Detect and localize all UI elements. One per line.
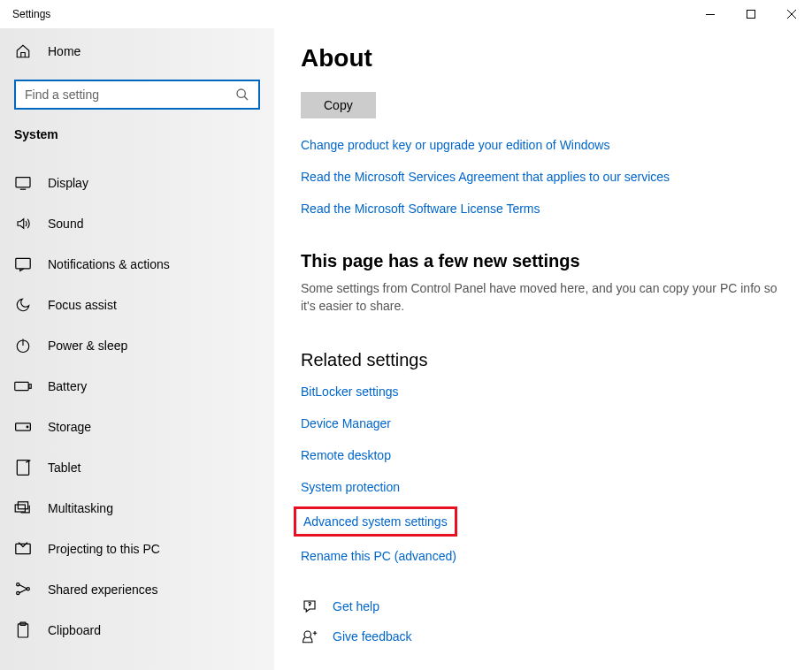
svg-point-9 <box>27 426 28 428</box>
svg-point-14 <box>17 583 19 586</box>
storage-icon <box>14 418 32 436</box>
focus-assist-icon <box>14 296 32 314</box>
category-label: System <box>0 127 274 141</box>
svg-point-16 <box>27 588 29 590</box>
maximize-button[interactable] <box>731 0 771 28</box>
search-icon <box>235 88 249 102</box>
give-feedback-link[interactable]: Give feedback <box>333 629 412 643</box>
highlighted-annotation: Advanced system settings <box>294 506 457 537</box>
svg-rect-17 <box>18 624 27 637</box>
sidebar-item-sound[interactable]: Sound <box>0 203 274 244</box>
window-controls <box>690 0 812 28</box>
sidebar-item-label: Multitasking <box>48 501 113 515</box>
sidebar-item-power-sleep[interactable]: Power & sleep <box>0 325 274 366</box>
sidebar-item-projecting[interactable]: Projecting to this PC <box>0 529 274 569</box>
sidebar-item-tablet[interactable]: Tablet <box>0 447 274 488</box>
link-bitlocker[interactable]: BitLocker settings <box>301 384 785 399</box>
battery-icon <box>14 377 32 395</box>
sound-icon <box>14 215 32 232</box>
sidebar-item-label: Battery <box>48 379 87 393</box>
svg-point-2 <box>237 89 245 97</box>
clipboard-icon <box>14 621 32 639</box>
link-advanced-system-settings[interactable]: Advanced system settings <box>303 514 448 529</box>
link-license-terms[interactable]: Read the Microsoft Software License Term… <box>301 202 785 216</box>
svg-rect-0 <box>706 14 715 15</box>
search-input[interactable] <box>25 88 235 102</box>
multitasking-icon <box>14 499 32 517</box>
power-icon <box>14 337 32 354</box>
sidebar-item-label: Focus assist <box>48 298 117 312</box>
shared-experiences-icon <box>14 581 32 598</box>
home-label: Home <box>48 44 80 58</box>
sidebar-item-battery[interactable]: Battery <box>0 366 274 407</box>
copy-button[interactable]: Copy <box>301 92 376 118</box>
page-title: About <box>301 44 785 72</box>
link-services-agreement[interactable]: Read the Microsoft Services Agreement th… <box>301 170 785 184</box>
svg-rect-6 <box>15 382 28 390</box>
svg-rect-13 <box>16 544 30 553</box>
svg-rect-4 <box>16 258 30 268</box>
sidebar-item-label: Projecting to this PC <box>48 542 160 556</box>
sidebar-item-label: Display <box>48 176 88 190</box>
tablet-icon <box>14 459 32 476</box>
svg-rect-3 <box>16 178 30 187</box>
home-nav[interactable]: Home <box>0 34 274 69</box>
sidebar-item-shared-experiences[interactable]: Shared experiences <box>0 569 274 610</box>
close-button[interactable] <box>771 0 812 28</box>
give-feedback-row[interactable]: Give feedback <box>301 628 785 644</box>
sidebar-item-clipboard[interactable]: Clipboard <box>0 610 274 651</box>
feedback-icon <box>301 628 318 644</box>
search-box[interactable] <box>14 80 260 110</box>
new-settings-title: This page has a few new settings <box>301 251 785 271</box>
minimize-button[interactable] <box>690 0 731 28</box>
svg-rect-7 <box>29 384 31 389</box>
get-help-link[interactable]: Get help <box>333 599 379 613</box>
sidebar-item-multitasking[interactable]: Multitasking <box>0 488 274 529</box>
svg-point-20 <box>304 631 311 638</box>
projecting-icon <box>14 540 32 558</box>
svg-rect-11 <box>15 505 25 512</box>
sidebar-item-notifications[interactable]: Notifications & actions <box>0 244 274 285</box>
window-title: Settings <box>12 8 690 20</box>
sidebar-item-storage[interactable]: Storage <box>0 407 274 447</box>
link-system-protection[interactable]: System protection <box>301 480 785 494</box>
related-settings-title: Related settings <box>301 350 785 370</box>
link-change-product-key[interactable]: Change product key or upgrade your editi… <box>301 138 785 152</box>
sidebar-item-label: Clipboard <box>48 623 101 637</box>
link-device-manager[interactable]: Device Manager <box>301 416 785 430</box>
sidebar-item-display[interactable]: Display <box>0 163 274 203</box>
notifications-icon <box>14 255 32 273</box>
sidebar: Home System Display Sound Notifica <box>0 28 274 670</box>
home-icon <box>14 42 32 60</box>
svg-rect-12 <box>18 502 27 509</box>
sidebar-item-label: Shared experiences <box>48 582 158 597</box>
svg-rect-1 <box>747 11 755 19</box>
get-help-icon <box>301 598 318 614</box>
sidebar-item-label: Notifications & actions <box>48 257 170 271</box>
main-content: About Copy Change product key or upgrade… <box>274 28 812 670</box>
get-help-row[interactable]: Get help <box>301 598 785 614</box>
svg-point-15 <box>17 591 19 594</box>
display-icon <box>14 174 32 192</box>
link-remote-desktop[interactable]: Remote desktop <box>301 448 785 462</box>
link-rename-pc[interactable]: Rename this PC (advanced) <box>301 549 785 563</box>
sidebar-item-label: Storage <box>48 420 91 434</box>
sidebar-item-label: Power & sleep <box>48 339 127 353</box>
sidebar-item-label: Sound <box>48 217 83 231</box>
sidebar-item-label: Tablet <box>48 461 80 475</box>
new-settings-text: Some settings from Control Panel have mo… <box>301 280 778 315</box>
titlebar: Settings <box>0 0 812 28</box>
sidebar-item-focus-assist[interactable]: Focus assist <box>0 285 274 325</box>
